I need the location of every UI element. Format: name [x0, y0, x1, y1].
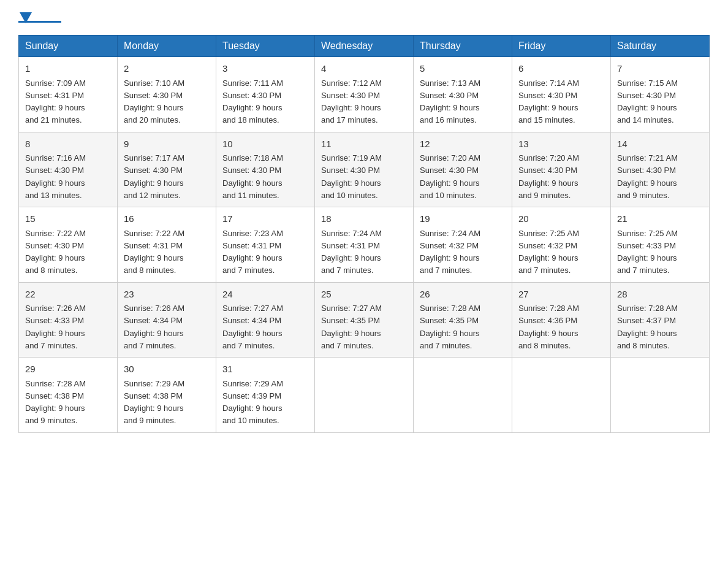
day-info: Sunrise: 7:29 AMSunset: 4:39 PMDaylight:…: [222, 379, 283, 426]
day-number: 30: [124, 362, 210, 377]
calendar-cell: 2 Sunrise: 7:10 AMSunset: 4:30 PMDayligh…: [118, 57, 216, 132]
day-info: Sunrise: 7:25 AMSunset: 4:33 PMDaylight:…: [617, 229, 678, 275]
day-number: 9: [124, 137, 210, 151]
week-row-2: 8 Sunrise: 7:16 AMSunset: 4:30 PMDayligh…: [19, 132, 710, 207]
calendar-cell: 9 Sunrise: 7:17 AMSunset: 4:30 PMDayligh…: [118, 132, 216, 207]
week-row-4: 22 Sunrise: 7:26 AMSunset: 4:33 PMDaylig…: [19, 282, 710, 358]
day-number: 19: [420, 212, 506, 226]
calendar-cell: 16 Sunrise: 7:22 AMSunset: 4:31 PMDaylig…: [118, 207, 216, 283]
calendar-cell: 27 Sunrise: 7:28 AMSunset: 4:36 PMDaylig…: [512, 282, 611, 358]
day-number: 17: [222, 212, 308, 226]
day-info: Sunrise: 7:13 AMSunset: 4:30 PMDaylight:…: [420, 79, 480, 125]
day-number: 15: [25, 212, 111, 226]
day-info: Sunrise: 7:23 AMSunset: 4:31 PMDaylight:…: [222, 229, 283, 275]
calendar-cell: 18 Sunrise: 7:24 AMSunset: 4:31 PMDaylig…: [315, 207, 414, 283]
calendar-cell: 13 Sunrise: 7:20 AMSunset: 4:30 PMDaylig…: [512, 132, 611, 207]
day-number: 23: [124, 288, 210, 302]
day-number: 29: [25, 362, 111, 377]
day-number: 7: [617, 62, 703, 76]
day-info: Sunrise: 7:28 AMSunset: 4:35 PMDaylight:…: [420, 304, 480, 350]
day-info: Sunrise: 7:20 AMSunset: 4:30 PMDaylight:…: [518, 153, 579, 200]
calendar-cell: 31 Sunrise: 7:29 AMSunset: 4:39 PMDaylig…: [216, 358, 315, 433]
calendar-cell: 14 Sunrise: 7:21 AMSunset: 4:30 PMDaylig…: [611, 132, 710, 207]
day-info: Sunrise: 7:28 AMSunset: 4:37 PMDaylight:…: [617, 304, 678, 350]
calendar-cell: 28 Sunrise: 7:28 AMSunset: 4:37 PMDaylig…: [611, 282, 710, 358]
day-header-monday: Monday: [118, 36, 216, 57]
day-number: 16: [124, 212, 210, 226]
day-info: Sunrise: 7:12 AMSunset: 4:30 PMDaylight:…: [321, 79, 382, 125]
header-row: SundayMondayTuesdayWednesdayThursdayFrid…: [19, 36, 710, 57]
calendar-cell: 30 Sunrise: 7:29 AMSunset: 4:38 PMDaylig…: [118, 358, 216, 433]
logo-underline: [18, 21, 61, 23]
calendar-table: SundayMondayTuesdayWednesdayThursdayFrid…: [18, 35, 710, 433]
day-number: 10: [222, 137, 308, 151]
day-number: 31: [222, 362, 308, 377]
day-number: 25: [321, 288, 407, 302]
week-row-1: 1 Sunrise: 7:09 AMSunset: 4:31 PMDayligh…: [19, 57, 710, 132]
day-number: 14: [617, 137, 703, 151]
day-header-thursday: Thursday: [414, 36, 512, 57]
day-info: Sunrise: 7:22 AMSunset: 4:30 PMDaylight:…: [25, 229, 86, 275]
day-info: Sunrise: 7:17 AMSunset: 4:30 PMDaylight:…: [124, 153, 184, 200]
day-number: 20: [518, 212, 604, 226]
day-number: 12: [420, 137, 506, 151]
day-number: 6: [518, 62, 604, 76]
calendar-cell: 1 Sunrise: 7:09 AMSunset: 4:31 PMDayligh…: [19, 57, 118, 132]
calendar-cell: 15 Sunrise: 7:22 AMSunset: 4:30 PMDaylig…: [19, 207, 118, 283]
week-row-3: 15 Sunrise: 7:22 AMSunset: 4:30 PMDaylig…: [19, 207, 710, 283]
day-number: 27: [518, 288, 604, 302]
calendar-cell: 20 Sunrise: 7:25 AMSunset: 4:32 PMDaylig…: [512, 207, 611, 283]
calendar-cell: 19 Sunrise: 7:24 AMSunset: 4:32 PMDaylig…: [414, 207, 512, 283]
calendar-cell: 12 Sunrise: 7:20 AMSunset: 4:30 PMDaylig…: [414, 132, 512, 207]
calendar-cell: 26 Sunrise: 7:28 AMSunset: 4:35 PMDaylig…: [414, 282, 512, 358]
day-info: Sunrise: 7:27 AMSunset: 4:34 PMDaylight:…: [222, 304, 283, 350]
calendar-cell: 17 Sunrise: 7:23 AMSunset: 4:31 PMDaylig…: [216, 207, 315, 283]
page-header: [18, 12, 710, 23]
day-info: Sunrise: 7:20 AMSunset: 4:30 PMDaylight:…: [420, 153, 480, 200]
day-number: 26: [420, 288, 506, 302]
day-number: 8: [25, 137, 111, 151]
day-info: Sunrise: 7:26 AMSunset: 4:33 PMDaylight:…: [25, 304, 86, 350]
day-info: Sunrise: 7:26 AMSunset: 4:34 PMDaylight:…: [124, 304, 184, 350]
calendar-cell: 11 Sunrise: 7:19 AMSunset: 4:30 PMDaylig…: [315, 132, 414, 207]
calendar-cell: [414, 358, 512, 433]
calendar-cell: [611, 358, 710, 433]
day-number: 21: [617, 212, 703, 226]
day-info: Sunrise: 7:14 AMSunset: 4:30 PMDaylight:…: [518, 79, 579, 125]
calendar-cell: 5 Sunrise: 7:13 AMSunset: 4:30 PMDayligh…: [414, 57, 512, 132]
logo: [18, 12, 64, 23]
calendar-cell: 21 Sunrise: 7:25 AMSunset: 4:33 PMDaylig…: [611, 207, 710, 283]
day-info: Sunrise: 7:22 AMSunset: 4:31 PMDaylight:…: [124, 229, 184, 275]
day-number: 24: [222, 288, 308, 302]
day-number: 5: [420, 62, 506, 76]
day-info: Sunrise: 7:16 AMSunset: 4:30 PMDaylight:…: [25, 153, 86, 200]
week-row-5: 29 Sunrise: 7:28 AMSunset: 4:38 PMDaylig…: [19, 358, 710, 433]
calendar-cell: [512, 358, 611, 433]
day-info: Sunrise: 7:28 AMSunset: 4:38 PMDaylight:…: [25, 379, 86, 426]
calendar-cell: 8 Sunrise: 7:16 AMSunset: 4:30 PMDayligh…: [19, 132, 118, 207]
day-header-sunday: Sunday: [19, 36, 118, 57]
day-number: 3: [222, 62, 308, 76]
day-header-tuesday: Tuesday: [216, 36, 315, 57]
calendar-cell: 7 Sunrise: 7:15 AMSunset: 4:30 PMDayligh…: [611, 57, 710, 132]
day-info: Sunrise: 7:29 AMSunset: 4:38 PMDaylight:…: [124, 379, 184, 426]
day-number: 28: [617, 288, 703, 302]
calendar-cell: 24 Sunrise: 7:27 AMSunset: 4:34 PMDaylig…: [216, 282, 315, 358]
calendar-cell: 6 Sunrise: 7:14 AMSunset: 4:30 PMDayligh…: [512, 57, 611, 132]
calendar-cell: 25 Sunrise: 7:27 AMSunset: 4:35 PMDaylig…: [315, 282, 414, 358]
day-info: Sunrise: 7:18 AMSunset: 4:30 PMDaylight:…: [222, 153, 283, 200]
day-header-saturday: Saturday: [611, 36, 710, 57]
calendar-cell: 29 Sunrise: 7:28 AMSunset: 4:38 PMDaylig…: [19, 358, 118, 433]
calendar-cell: 22 Sunrise: 7:26 AMSunset: 4:33 PMDaylig…: [19, 282, 118, 358]
day-number: 11: [321, 137, 407, 151]
day-info: Sunrise: 7:25 AMSunset: 4:32 PMDaylight:…: [518, 229, 579, 275]
day-header-friday: Friday: [512, 36, 611, 57]
day-info: Sunrise: 7:27 AMSunset: 4:35 PMDaylight:…: [321, 304, 382, 350]
calendar-cell: 23 Sunrise: 7:26 AMSunset: 4:34 PMDaylig…: [118, 282, 216, 358]
calendar-cell: 3 Sunrise: 7:11 AMSunset: 4:30 PMDayligh…: [216, 57, 315, 132]
day-info: Sunrise: 7:10 AMSunset: 4:30 PMDaylight:…: [124, 79, 184, 125]
day-info: Sunrise: 7:11 AMSunset: 4:30 PMDaylight:…: [222, 79, 283, 125]
calendar-cell: [315, 358, 414, 433]
day-info: Sunrise: 7:09 AMSunset: 4:31 PMDaylight:…: [25, 79, 86, 125]
day-number: 2: [124, 62, 210, 76]
